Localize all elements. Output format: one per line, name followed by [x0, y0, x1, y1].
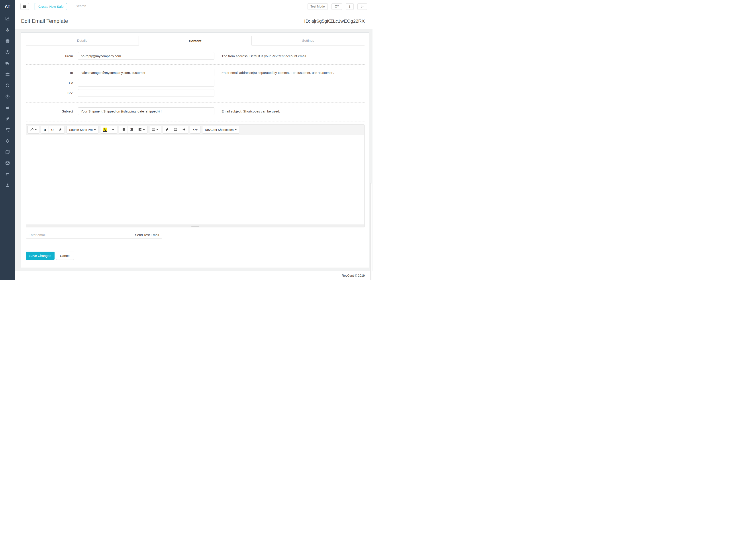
- sidebar-item-online[interactable]: [0, 36, 15, 47]
- font-name-label: Source Sans Pro: [69, 128, 93, 131]
- main-area: Create New Sale Test Mode ⚙⚙ i: [15, 0, 372, 280]
- font-color-button[interactable]: A: [100, 126, 109, 133]
- test-email-input[interactable]: [26, 231, 132, 239]
- sidebar-item-links[interactable]: [0, 113, 15, 124]
- align-left-icon: [138, 128, 142, 132]
- save-changes-button[interactable]: Save Changes: [26, 252, 55, 260]
- subject-input[interactable]: [78, 107, 215, 115]
- envelope-icon: [5, 161, 10, 166]
- underline-button[interactable]: U: [49, 126, 56, 133]
- shopping-bag-icon: [5, 105, 10, 111]
- to-input[interactable]: [78, 69, 215, 76]
- record-id: ID: ajr6g5gKZLc1wEOg22RX: [304, 19, 365, 24]
- insert-picture-button[interactable]: [171, 126, 180, 133]
- user-circle-icon: [5, 50, 10, 55]
- menu-toggle-button[interactable]: [21, 3, 29, 10]
- svg-text:1: 1: [130, 128, 131, 129]
- subject-label: Subject: [26, 110, 78, 113]
- sign-out-icon: [360, 4, 364, 9]
- cancel-button[interactable]: Cancel: [56, 252, 74, 260]
- chevron-down-icon: [235, 129, 236, 130]
- bcc-input[interactable]: [78, 89, 215, 97]
- from-input[interactable]: [78, 52, 215, 60]
- scrollbar-thumb[interactable]: [370, 183, 372, 280]
- svg-text:$: $: [7, 30, 8, 31]
- sidebar-item-integrations[interactable]: [0, 169, 15, 180]
- chevron-down-icon: [94, 129, 96, 130]
- tab-details[interactable]: Details: [26, 36, 138, 45]
- content-body: Details Content Settings From The from a…: [15, 29, 372, 271]
- editor-content-area[interactable]: [26, 135, 364, 224]
- cc-input[interactable]: [78, 79, 215, 87]
- hamburger-icon: [23, 5, 26, 5]
- video-icon: [182, 128, 186, 132]
- tab-content[interactable]: Content: [138, 36, 252, 45]
- crosshairs-icon: [5, 138, 10, 144]
- map-icon: [5, 150, 10, 155]
- bcc-row: Bcc: [26, 89, 364, 97]
- eraser-icon: [59, 128, 62, 132]
- email-template-card: Details Content Settings From The from a…: [21, 32, 369, 268]
- ordered-list-icon: 12: [130, 128, 133, 132]
- to-help-text: Enter email addresse(s) separated by com…: [222, 71, 334, 74]
- table-dropdown-button[interactable]: [150, 126, 161, 133]
- search-input[interactable]: [75, 3, 142, 10]
- tab-bar: Details Content Settings: [26, 36, 364, 45]
- form-actions: Save Changes Cancel: [26, 252, 364, 260]
- sidebar-item-history[interactable]: [0, 91, 15, 102]
- navbar-right: Test Mode ⚙⚙ i: [307, 3, 367, 10]
- sidebar-item-profile[interactable]: [0, 180, 15, 191]
- sidebar-item-tracking[interactable]: [0, 135, 15, 147]
- sidebar-item-dashboard[interactable]: [0, 13, 15, 25]
- clear-format-button[interactable]: [56, 126, 65, 133]
- chevron-down-icon: [35, 129, 37, 130]
- subject-help-text: Email subject. Shortcodes can be used.: [222, 110, 280, 113]
- shortcodes-dropdown-button[interactable]: RevCent Shortcodes: [202, 126, 239, 133]
- sidebar-nav: $: [0, 13, 15, 191]
- sidebar-item-shipping[interactable]: [0, 58, 15, 69]
- sidebar-item-campaigns[interactable]: [0, 147, 15, 158]
- page-header: Edit Email Template ID: ajr6g5gKZLc1wEOg…: [15, 13, 372, 29]
- info-button[interactable]: i: [346, 3, 354, 10]
- sidebar-item-sales[interactable]: [0, 124, 15, 135]
- test-mode-button[interactable]: Test Mode: [307, 3, 328, 10]
- ordered-list-button[interactable]: 12: [128, 126, 136, 133]
- font-family-dropdown[interactable]: Source Sans Pro: [67, 126, 98, 133]
- app-logo[interactable]: AT: [0, 0, 15, 13]
- font-color-dropdown[interactable]: [109, 126, 117, 133]
- search-wrap: [75, 3, 142, 10]
- unordered-list-button[interactable]: [119, 126, 128, 133]
- globe-icon: [5, 39, 10, 44]
- bank-icon: [5, 72, 10, 77]
- sidebar-item-products[interactable]: [0, 102, 15, 113]
- sidebar-item-customers[interactable]: [0, 47, 15, 58]
- cogs-icon: ⚙⚙: [334, 5, 339, 8]
- from-row: From The from address. Default is your R…: [26, 52, 364, 60]
- bold-button[interactable]: B: [41, 126, 49, 133]
- settings-button[interactable]: ⚙⚙: [331, 3, 342, 10]
- insert-link-button[interactable]: [163, 126, 171, 133]
- paragraph-align-dropdown[interactable]: [136, 126, 147, 133]
- create-new-sale-button[interactable]: Create New Sale: [35, 3, 67, 10]
- picture-icon: [174, 128, 177, 132]
- editor-resize-handle[interactable]: [191, 226, 199, 226]
- from-help-text: The from address. Default is your RevCen…: [222, 54, 307, 58]
- sidebar-item-subscriptions[interactable]: [0, 80, 15, 91]
- code-view-button[interactable]: </>: [190, 126, 200, 133]
- table-icon: [152, 128, 155, 132]
- section-divider: [26, 64, 364, 65]
- page-title: Edit Email Template: [21, 18, 68, 24]
- bcc-label: Bcc: [26, 91, 78, 95]
- info-icon: i: [349, 4, 350, 9]
- cc-label: Cc: [26, 81, 78, 85]
- shopping-cart-icon: [5, 127, 10, 133]
- sidebar-item-revenue[interactable]: $: [0, 25, 15, 36]
- tab-settings[interactable]: Settings: [252, 36, 364, 45]
- sidebar-item-email-templates[interactable]: [0, 158, 15, 169]
- subject-row: Subject Email subject. Shortcodes can be…: [26, 107, 364, 115]
- style-dropdown-button[interactable]: [28, 126, 39, 133]
- insert-video-button[interactable]: [180, 126, 188, 133]
- sidebar-item-banking[interactable]: [0, 69, 15, 80]
- sign-out-button[interactable]: [357, 3, 367, 10]
- send-test-email-button[interactable]: Send Test Email: [132, 231, 162, 239]
